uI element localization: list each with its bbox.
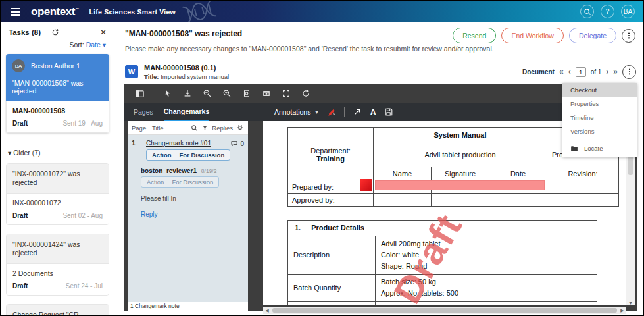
scrollbar-thumb[interactable] (272, 308, 617, 313)
document-title-value: Imported system manual (161, 73, 229, 80)
task-card[interactable]: "INX-000001424" was rejected 2 Documents… (6, 234, 109, 296)
first-page-icon[interactable]: « (559, 68, 564, 75)
menu-item-locate[interactable]: Locate (562, 142, 637, 155)
kebab-icon (626, 68, 633, 76)
close-tasks-icon[interactable]: ✕ (100, 28, 107, 37)
hamburger-menu-icon[interactable] (11, 8, 20, 16)
tag-action: Action (147, 178, 164, 186)
task-subject: "MAN-000001508" was rejected (12, 79, 103, 95)
tasks-panel-title: Tasks (8) (9, 28, 41, 36)
tab-changemarks[interactable]: Changemarks (164, 103, 209, 121)
filter-notes-button[interactable] (201, 124, 209, 132)
document-more-menu-button[interactable] (622, 65, 636, 79)
logo-trademark: ~ (76, 5, 79, 12)
task-sent-date: Sent 24 - Jul (66, 282, 103, 290)
app-name: Life Sciences Smart View (89, 8, 176, 16)
annotations-dropdown[interactable]: Annotations (274, 108, 310, 116)
text-tool-button[interactable]: A (370, 107, 376, 117)
fullscreen-button[interactable] (276, 89, 296, 98)
sort-selector[interactable]: Date ▾ (86, 41, 106, 49)
changemark-note[interactable]: 1 Changemark note #01 0 Action For Discu… (128, 135, 248, 302)
column-header-title[interactable]: Title (152, 124, 187, 132)
refresh-icon (51, 28, 59, 36)
table-cell (374, 194, 432, 207)
rotate-button[interactable] (296, 89, 316, 98)
arrow-tool-button[interactable] (351, 107, 364, 117)
panel-toggle-button[interactable] (130, 89, 149, 99)
task-doc-name: INX-000001072 (12, 199, 103, 207)
end-workflow-button[interactable]: End Workflow (501, 28, 564, 43)
scroll-right-icon[interactable]: ▶ (618, 308, 626, 313)
zoom-out-button[interactable] (197, 89, 217, 98)
viewer-body: Page Title Replies (124, 121, 637, 311)
refresh-tasks-button[interactable] (51, 28, 59, 36)
horizontal-scrollbar[interactable]: ◀ ▶ (263, 307, 626, 314)
document-viewer: Pages Changemarks Annotations ▼ A (124, 84, 637, 311)
markup-pen-button[interactable] (325, 107, 338, 117)
task-card[interactable]: "INX-000001072" was rejected INX-0000010… (6, 163, 109, 225)
task-more-menu-button[interactable] (622, 29, 635, 43)
panel-settings-button[interactable] (236, 124, 244, 132)
menu-locate-label: Locate (584, 145, 603, 152)
task-author: Boston Author 1 (31, 62, 80, 70)
speech-bubble-icon (230, 140, 238, 147)
fit-page-icon (242, 89, 251, 98)
zoom-in-button[interactable] (217, 89, 237, 98)
task-subject: Change Request "CR - 000001162" was reje… (7, 305, 109, 315)
dna-helix-graphic (182, 1, 216, 22)
note-author: boston_reviewer1 (141, 167, 197, 174)
scroll-left-icon[interactable]: ◀ (263, 308, 271, 313)
last-page-icon[interactable]: » (613, 68, 618, 75)
search-icon (583, 8, 591, 16)
column-header-replies[interactable]: Replies (212, 124, 233, 132)
changemark-annotation[interactable] (360, 179, 372, 191)
reply-link[interactable]: Reply (141, 211, 244, 218)
sort-label: Sort: (70, 41, 84, 49)
save-annotations-button[interactable] (382, 107, 395, 117)
page-count-label: of 1 (591, 68, 602, 76)
fit-width-icon (262, 89, 271, 98)
product-details-heading: 1.Product Details (288, 221, 597, 236)
select-tool-button[interactable] (158, 89, 178, 98)
next-page-icon[interactable]: › (606, 68, 608, 75)
table-cell (547, 194, 619, 207)
column-header-page[interactable]: Page (132, 124, 149, 132)
note-title-link[interactable]: Changemark note #01 (146, 140, 211, 147)
page-number-input[interactable]: 1 (576, 67, 586, 77)
search-icon (191, 124, 198, 132)
chevron-down-icon: ▼ (314, 109, 319, 115)
task-detail-header: "MAN-000001508" was rejected Please make… (114, 22, 643, 59)
tab-pages[interactable]: Pages (134, 103, 153, 121)
scroll-down-icon[interactable]: ▼ (626, 301, 635, 305)
search-button[interactable] (580, 5, 594, 18)
tag-action: Action (152, 151, 172, 159)
selected-task-card[interactable]: BA Boston Author 1 "MAN-000001508" was r… (6, 54, 109, 133)
task-card[interactable]: Change Request "CR - 000001162" was reje… (6, 304, 109, 315)
highlight-annotation[interactable] (375, 180, 545, 190)
help-button[interactable]: ? (601, 5, 614, 18)
previous-page-icon[interactable]: ‹ (568, 68, 571, 75)
search-notes-button[interactable] (191, 124, 198, 132)
fit-width-button[interactable] (257, 89, 276, 98)
name-header-cell: Name (374, 167, 432, 180)
save-icon (384, 107, 393, 117)
tag-for-discussion: For Discussion (180, 151, 225, 159)
menu-item-versions[interactable]: Versions (562, 124, 637, 138)
resend-button[interactable]: Resend (453, 28, 496, 43)
menu-item-checkout[interactable]: Checkout (562, 83, 637, 97)
note-tags-badge[interactable]: Action For Discussion (146, 149, 230, 161)
table-cell (288, 128, 374, 142)
document-context-menu: Checkout Properties Timeline Versions Lo… (562, 83, 637, 157)
menu-item-timeline[interactable]: Timeline (562, 111, 637, 124)
menu-item-properties[interactable]: Properties (562, 97, 637, 111)
tag-for-discussion: For Discussion (172, 178, 213, 186)
delegate-button[interactable]: Delegate (569, 28, 616, 43)
fit-page-button[interactable] (237, 89, 257, 98)
task-status: Draft (12, 282, 28, 290)
table-cell (432, 194, 489, 207)
production-cell: Advil tablet production (374, 142, 547, 167)
user-avatar[interactable]: BA (621, 5, 635, 18)
older-tasks-toggle[interactable]: ▾ Older (7) (6, 146, 109, 163)
download-button[interactable] (178, 89, 197, 98)
table-cell (489, 194, 547, 207)
